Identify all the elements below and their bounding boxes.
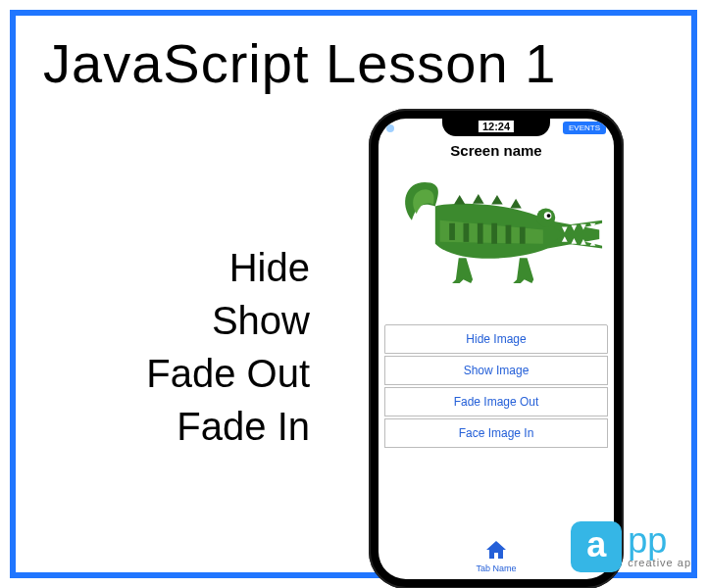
face-image-in-button[interactable]: Face Image In: [384, 418, 608, 448]
status-time: 12:24: [479, 121, 514, 132]
phone-screen: 12:24 EVENTS Screen name: [379, 119, 614, 579]
crocodile-image: [388, 166, 604, 313]
brand-icon: a: [571, 521, 622, 572]
svg-rect-3: [491, 223, 497, 244]
brand-letter: a: [586, 524, 606, 565]
phone-mockup: 12:24 EVENTS Screen name: [369, 109, 624, 588]
brand-tagline: creative ap: [628, 557, 691, 568]
brand-logo: a pp creative ap: [571, 521, 691, 572]
svg-rect-4: [506, 225, 512, 244]
hide-image-button[interactable]: Hide Image: [384, 324, 608, 354]
slide-title: JavaScript Lesson 1: [43, 31, 556, 95]
svg-marker-9: [510, 199, 521, 209]
action-fade-out: Fade Out: [75, 347, 310, 400]
action-fade-in: Fade In: [75, 400, 310, 453]
svg-marker-7: [473, 194, 483, 204]
events-badge[interactable]: EVENTS: [563, 122, 606, 134]
action-list: Hide Show Fade Out Fade In: [75, 241, 310, 453]
button-list: Hide Image Show Image Fade Image Out Fac…: [384, 324, 608, 450]
svg-point-12: [547, 214, 551, 218]
brand-text: pp creative ap: [628, 525, 691, 568]
show-image-button[interactable]: Show Image: [384, 356, 608, 385]
crocodile-icon: [388, 166, 604, 313]
slide-frame: JavaScript Lesson 1 Hide Show Fade Out F…: [10, 10, 697, 578]
brand-name-rest: pp: [628, 525, 691, 557]
svg-rect-2: [478, 223, 483, 244]
screen-title: Screen name: [379, 142, 614, 159]
action-hide: Hide: [75, 241, 310, 294]
action-show: Show: [75, 294, 310, 347]
fade-image-out-button[interactable]: Fade Image Out: [384, 387, 608, 416]
svg-marker-8: [491, 195, 502, 205]
svg-rect-0: [449, 223, 455, 240]
svg-rect-1: [464, 223, 470, 242]
svg-rect-5: [520, 227, 526, 244]
status-indicator-icon: [386, 124, 394, 132]
svg-marker-6: [454, 195, 465, 205]
status-bar: 12:24 EVENTS: [379, 119, 614, 140]
